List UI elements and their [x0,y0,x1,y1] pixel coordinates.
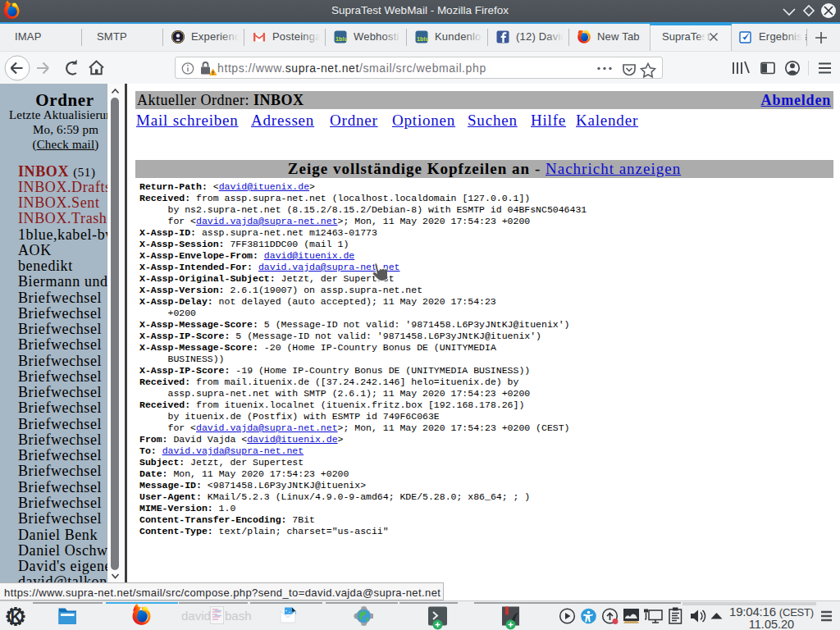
svg-text:K: K [11,608,22,626]
svg-text:1blu: 1blu [336,36,347,42]
svg-text:1blu: 1blu [417,36,428,42]
